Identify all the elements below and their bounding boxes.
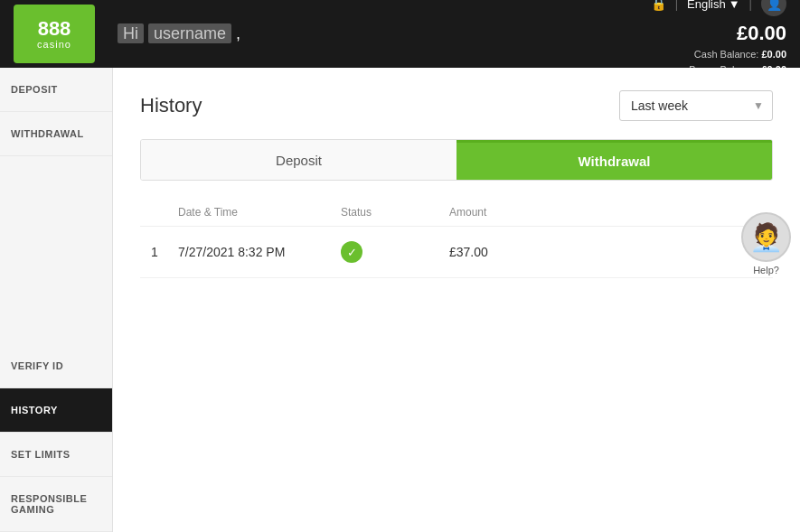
header-top-row: 🔒 | English ▼ | 👤 <box>651 0 786 16</box>
tab-deposit[interactable]: Deposit <box>141 140 456 180</box>
sidebar-item-withdrawal[interactable]: WITHDRAWAL <box>0 112 112 156</box>
sidebar-item-verify-id[interactable]: VERIFY ID <box>0 344 112 388</box>
col-header-status: Status <box>341 206 449 219</box>
logo[interactable]: 888 casino <box>14 5 95 63</box>
greeting-text: Hi <box>118 23 144 43</box>
status-check-icon: ✓ <box>341 241 362 263</box>
greeting: Hi username , <box>118 24 651 43</box>
logo-888: 888 <box>38 19 71 39</box>
content-area: History Last week Last month Last 3 mont… <box>113 68 800 532</box>
sidebar-item-set-limits[interactable]: SET LIMITS <box>0 433 112 477</box>
filter-dropdown-wrapper: Last week Last month Last 3 months ▼ <box>619 90 773 121</box>
help-label: Help? <box>753 265 779 275</box>
lock-icon: 🔒 <box>651 0 666 11</box>
col-header-datetime: Date & Time <box>178 206 341 219</box>
language-label: English <box>687 0 726 11</box>
username: username <box>148 23 231 43</box>
sidebar-item-history[interactable]: HISTORY <box>0 388 112 433</box>
header-right: 🔒 | English ▼ | 👤 £0.00 Cash Balance: £0… <box>651 0 786 77</box>
page-title: History <box>140 94 202 117</box>
balance-amount: £0.00 <box>737 22 786 45</box>
filter-dropdown[interactable]: Last week Last month Last 3 months <box>619 90 773 121</box>
row-num: 1 <box>151 245 178 259</box>
user-icon[interactable]: 👤 <box>761 0 786 16</box>
separator2: | <box>749 0 752 11</box>
row-datetime: 7/27/2021 8:32 PM <box>178 245 341 259</box>
language-selector[interactable]: English ▼ <box>687 0 740 11</box>
row-amount: £37.00 <box>449 245 558 259</box>
cash-balance-value: £0.00 <box>761 49 786 60</box>
sidebar-item-deposit[interactable]: DEPOSIT <box>0 68 112 112</box>
table-row: 1 7/27/2021 8:32 PM ✓ £37.00 ▼ <box>140 227 773 278</box>
help-widget[interactable]: 🧑‍💼 Help? <box>741 212 791 275</box>
tabs: Deposit Withdrawal <box>140 139 773 181</box>
sidebar-item-responsible-gaming[interactable]: RESPONSIBLE GAMING <box>0 477 112 532</box>
cash-balance-label: Cash Balance: <box>694 49 759 60</box>
sidebar-spacer <box>0 156 112 344</box>
separator: | <box>675 0 678 11</box>
tab-withdrawal[interactable]: Withdrawal <box>456 140 772 180</box>
table-header: Date & Time Status Amount <box>140 199 773 227</box>
row-status: ✓ <box>341 241 449 263</box>
help-avatar: 🧑‍💼 <box>741 212 791 262</box>
language-chevron: ▼ <box>729 0 740 11</box>
logo-casino: casino <box>37 39 71 50</box>
main-layout: DEPOSIT WITHDRAWAL VERIFY ID HISTORY SET… <box>0 68 800 532</box>
col-header-amount: Amount <box>449 206 558 219</box>
header: 888 casino Hi username , 🔒 | English ▼ |… <box>0 0 800 68</box>
sidebar: DEPOSIT WITHDRAWAL VERIFY ID HISTORY SET… <box>0 68 113 532</box>
content-header: History Last week Last month Last 3 mont… <box>140 90 773 121</box>
